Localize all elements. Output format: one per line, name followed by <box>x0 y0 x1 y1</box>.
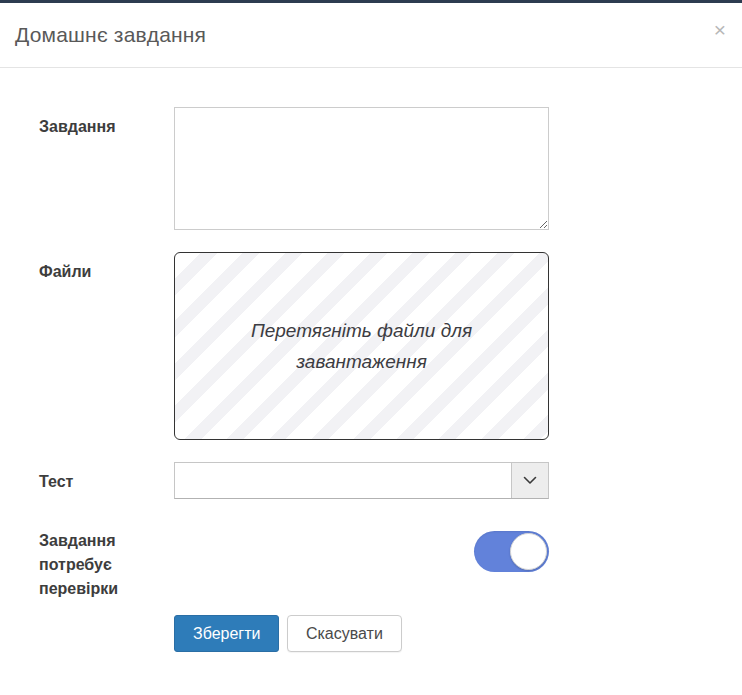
actions-spacer <box>0 615 174 623</box>
task-textarea[interactable] <box>174 107 549 230</box>
modal-header: Домашнє завдання × <box>0 3 742 68</box>
task-label: Завдання <box>0 107 174 139</box>
chevron-down-icon[interactable] <box>511 463 548 498</box>
toggle-knob <box>510 533 547 570</box>
files-field: Перетягніть файли для завантаження <box>174 252 549 440</box>
needs-check-label: Завдання потребує перевірки <box>0 521 174 601</box>
modal-title: Домашнє завдання <box>15 23 206 47</box>
task-row: Завдання <box>0 107 742 230</box>
close-icon[interactable]: × <box>714 19 726 40</box>
cancel-button[interactable]: Скасувати <box>287 615 402 652</box>
files-row: Файли Перетягніть файли для завантаження <box>0 252 742 440</box>
actions-row: Зберегти Скасувати <box>0 615 742 652</box>
save-button[interactable]: Зберегти <box>174 615 279 652</box>
needs-check-field <box>174 521 549 572</box>
test-select-value <box>175 463 511 498</box>
modal-body: Завдання Файли Перетягніть файли для зав… <box>0 68 742 652</box>
files-label: Файли <box>0 252 174 284</box>
test-select[interactable] <box>174 462 549 499</box>
needs-check-toggle[interactable] <box>474 531 549 572</box>
file-dropzone[interactable]: Перетягніть файли для завантаження <box>174 252 549 440</box>
needs-check-row: Завдання потребує перевірки <box>0 521 742 601</box>
homework-modal: Домашнє завдання × Завдання Файли Перетя… <box>0 0 742 695</box>
test-row: Тест <box>0 462 742 499</box>
task-field <box>174 107 549 230</box>
dropzone-hint: Перетягніть файли для завантаження <box>212 315 512 378</box>
actions-field: Зберегти Скасувати <box>174 615 549 652</box>
test-field <box>174 462 549 499</box>
test-label: Тест <box>0 462 174 494</box>
